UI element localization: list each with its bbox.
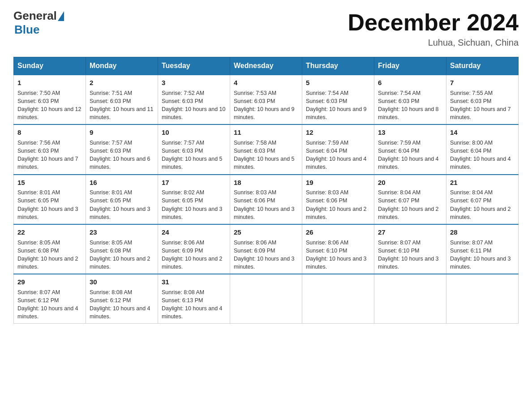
day-info: Sunrise: 8:02 AM Sunset: 6:05 PM Dayligh… — [162, 188, 226, 221]
weekday-header-tuesday: Tuesday — [158, 57, 230, 75]
weekday-header-wednesday: Wednesday — [230, 57, 302, 75]
day-info: Sunrise: 7:57 AM Sunset: 6:03 PM Dayligh… — [162, 139, 226, 171]
day-info: Sunrise: 7:59 AM Sunset: 6:04 PM Dayligh… — [306, 139, 370, 171]
calendar-day-19: 19 Sunrise: 8:03 AM Sunset: 6:06 PM Dayl… — [302, 175, 374, 224]
day-info: Sunrise: 7:55 AM Sunset: 6:03 PM Dayligh… — [450, 89, 515, 122]
day-number: 18 — [234, 178, 298, 188]
day-number: 8 — [17, 128, 82, 137]
day-info: Sunrise: 8:07 AM Sunset: 6:12 PM Dayligh… — [17, 288, 82, 321]
calendar-day-21: 21 Sunrise: 8:04 AM Sunset: 6:07 PM Dayl… — [446, 175, 519, 224]
page-header: General Blue December 2024 Luhua, Sichua… — [13, 9, 519, 48]
day-number: 25 — [234, 227, 298, 237]
calendar-day-13: 13 Sunrise: 7:59 AM Sunset: 6:04 PM Dayl… — [374, 124, 446, 174]
day-info: Sunrise: 8:06 AM Sunset: 6:10 PM Dayligh… — [306, 239, 370, 271]
day-number: 22 — [17, 227, 82, 237]
empty-cell — [446, 274, 519, 324]
day-number: 27 — [378, 227, 442, 237]
month-title: December 2024 — [348, 9, 519, 36]
calendar-day-30: 30 Sunrise: 8:08 AM Sunset: 6:12 PM Dayl… — [86, 274, 158, 324]
day-number: 21 — [450, 178, 515, 188]
day-number: 1 — [17, 78, 82, 88]
calendar-day-28: 28 Sunrise: 8:07 AM Sunset: 6:11 PM Dayl… — [446, 224, 519, 274]
calendar-table: SundayMondayTuesdayWednesdayThursdayFrid… — [13, 57, 519, 324]
calendar-day-27: 27 Sunrise: 8:07 AM Sunset: 6:10 PM Dayl… — [374, 224, 446, 274]
calendar-day-22: 22 Sunrise: 8:05 AM Sunset: 6:08 PM Dayl… — [14, 224, 86, 274]
day-number: 23 — [90, 227, 154, 237]
weekday-header-monday: Monday — [86, 57, 158, 75]
day-number: 26 — [306, 227, 370, 237]
day-number: 2 — [90, 78, 154, 88]
calendar-day-20: 20 Sunrise: 8:04 AM Sunset: 6:07 PM Dayl… — [374, 175, 446, 224]
day-number: 24 — [162, 227, 226, 237]
logo-general-text: General — [13, 9, 57, 23]
calendar-day-1: 1 Sunrise: 7:50 AM Sunset: 6:03 PM Dayli… — [14, 75, 86, 124]
day-info: Sunrise: 8:03 AM Sunset: 6:06 PM Dayligh… — [306, 188, 370, 221]
day-info: Sunrise: 7:53 AM Sunset: 6:03 PM Dayligh… — [234, 89, 298, 122]
day-info: Sunrise: 7:54 AM Sunset: 6:03 PM Dayligh… — [378, 89, 442, 122]
day-number: 4 — [234, 78, 298, 88]
day-info: Sunrise: 8:08 AM Sunset: 6:12 PM Dayligh… — [90, 288, 154, 321]
day-number: 7 — [450, 78, 515, 88]
calendar-day-6: 6 Sunrise: 7:54 AM Sunset: 6:03 PM Dayli… — [374, 75, 446, 124]
calendar-day-10: 10 Sunrise: 7:57 AM Sunset: 6:03 PM Dayl… — [158, 124, 230, 174]
calendar-day-12: 12 Sunrise: 7:59 AM Sunset: 6:04 PM Dayl… — [302, 124, 374, 174]
day-number: 15 — [17, 178, 82, 188]
day-number: 28 — [450, 227, 515, 237]
day-info: Sunrise: 8:07 AM Sunset: 6:11 PM Dayligh… — [450, 239, 515, 271]
calendar-week-2: 8 Sunrise: 7:56 AM Sunset: 6:03 PM Dayli… — [14, 124, 519, 174]
day-info: Sunrise: 8:05 AM Sunset: 6:08 PM Dayligh… — [90, 239, 154, 271]
day-number: 31 — [162, 277, 226, 287]
day-info: Sunrise: 8:01 AM Sunset: 6:05 PM Dayligh… — [17, 188, 82, 221]
day-info: Sunrise: 7:56 AM Sunset: 6:03 PM Dayligh… — [17, 139, 82, 171]
day-number: 10 — [162, 128, 226, 137]
day-number: 19 — [306, 178, 370, 188]
calendar-day-7: 7 Sunrise: 7:55 AM Sunset: 6:03 PM Dayli… — [446, 75, 519, 124]
empty-cell — [374, 274, 446, 324]
calendar-day-3: 3 Sunrise: 7:52 AM Sunset: 6:03 PM Dayli… — [158, 75, 230, 124]
day-info: Sunrise: 7:54 AM Sunset: 6:03 PM Dayligh… — [306, 89, 370, 122]
day-number: 11 — [234, 128, 298, 137]
empty-cell — [302, 274, 374, 324]
day-info: Sunrise: 8:08 AM Sunset: 6:13 PM Dayligh… — [162, 288, 226, 321]
calendar-day-5: 5 Sunrise: 7:54 AM Sunset: 6:03 PM Dayli… — [302, 75, 374, 124]
calendar-week-4: 22 Sunrise: 8:05 AM Sunset: 6:08 PM Dayl… — [14, 224, 519, 274]
weekday-header-saturday: Saturday — [446, 57, 519, 75]
logo-blue-text: Blue — [14, 23, 39, 36]
calendar-day-26: 26 Sunrise: 8:06 AM Sunset: 6:10 PM Dayl… — [302, 224, 374, 274]
day-info: Sunrise: 7:52 AM Sunset: 6:03 PM Dayligh… — [162, 89, 226, 122]
day-info: Sunrise: 7:57 AM Sunset: 6:03 PM Dayligh… — [90, 139, 154, 171]
weekday-header-friday: Friday — [374, 57, 446, 75]
day-info: Sunrise: 8:04 AM Sunset: 6:07 PM Dayligh… — [450, 188, 515, 221]
calendar-day-29: 29 Sunrise: 8:07 AM Sunset: 6:12 PM Dayl… — [14, 274, 86, 324]
calendar-day-18: 18 Sunrise: 8:03 AM Sunset: 6:06 PM Dayl… — [230, 175, 302, 224]
day-info: Sunrise: 8:06 AM Sunset: 6:09 PM Dayligh… — [234, 239, 298, 271]
day-info: Sunrise: 8:06 AM Sunset: 6:09 PM Dayligh… — [162, 239, 226, 271]
day-number: 5 — [306, 78, 370, 88]
day-info: Sunrise: 8:00 AM Sunset: 6:04 PM Dayligh… — [450, 139, 515, 171]
calendar-day-16: 16 Sunrise: 8:01 AM Sunset: 6:05 PM Dayl… — [86, 175, 158, 224]
calendar-day-14: 14 Sunrise: 8:00 AM Sunset: 6:04 PM Dayl… — [446, 124, 519, 174]
calendar-day-24: 24 Sunrise: 8:06 AM Sunset: 6:09 PM Dayl… — [158, 224, 230, 274]
day-info: Sunrise: 8:04 AM Sunset: 6:07 PM Dayligh… — [378, 188, 442, 221]
day-number: 9 — [90, 128, 154, 137]
calendar-day-17: 17 Sunrise: 8:02 AM Sunset: 6:05 PM Dayl… — [158, 175, 230, 224]
title-block: December 2024 Luhua, Sichuan, China — [348, 9, 519, 48]
logo-triangle-icon — [58, 11, 64, 21]
day-number: 17 — [162, 178, 226, 188]
day-number: 30 — [90, 277, 154, 287]
day-number: 29 — [17, 277, 82, 287]
location: Luhua, Sichuan, China — [348, 38, 519, 48]
day-number: 14 — [450, 128, 515, 137]
day-info: Sunrise: 8:05 AM Sunset: 6:08 PM Dayligh… — [17, 239, 82, 271]
calendar-week-3: 15 Sunrise: 8:01 AM Sunset: 6:05 PM Dayl… — [14, 175, 519, 224]
calendar-header-row: SundayMondayTuesdayWednesdayThursdayFrid… — [14, 57, 519, 75]
calendar-day-31: 31 Sunrise: 8:08 AM Sunset: 6:13 PM Dayl… — [158, 274, 230, 324]
day-number: 13 — [378, 128, 442, 137]
calendar-day-15: 15 Sunrise: 8:01 AM Sunset: 6:05 PM Dayl… — [14, 175, 86, 224]
calendar-week-1: 1 Sunrise: 7:50 AM Sunset: 6:03 PM Dayli… — [14, 75, 519, 124]
day-info: Sunrise: 7:50 AM Sunset: 6:03 PM Dayligh… — [17, 89, 82, 122]
empty-cell — [230, 274, 302, 324]
logo: General Blue — [13, 9, 65, 37]
weekday-header-sunday: Sunday — [14, 57, 86, 75]
calendar-day-9: 9 Sunrise: 7:57 AM Sunset: 6:03 PM Dayli… — [86, 124, 158, 174]
